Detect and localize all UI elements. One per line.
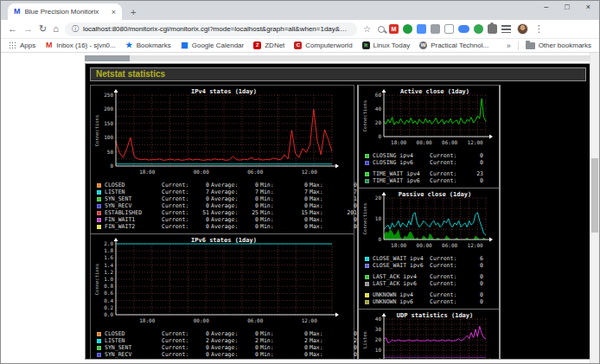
vertical-scrollbar-thumb[interactable] bbox=[591, 158, 598, 233]
svg-text:Active close (1day): Active close (1day) bbox=[400, 88, 469, 95]
site-info-icon[interactable]: ⓘ bbox=[72, 24, 79, 34]
playlist-extension-icon[interactable] bbox=[501, 25, 511, 34]
browser-tab[interactable]: M Blue Precision Monitorix × bbox=[8, 3, 122, 20]
new-tab-button[interactable]: + bbox=[131, 8, 136, 17]
bookmark-star-icon[interactable]: ☆ bbox=[363, 24, 371, 34]
horizontal-scrollbar[interactable] bbox=[85, 55, 591, 61]
svg-text:10: 10 bbox=[375, 347, 382, 353]
address-bar[interactable]: ⓘ localhost:8080/monitorix-cgi/monitorix… bbox=[65, 22, 357, 36]
bookmark-apps[interactable]: Apps bbox=[9, 42, 35, 49]
browser-toolbar: ← → ↻ ⌂ ⓘ localhost:8080/monitorix-cgi/m… bbox=[1, 20, 599, 39]
other-bookmarks-button[interactable]: Other bookmarks bbox=[526, 42, 591, 49]
passive-close-chart[interactable]: 0102018:0000:0006:0012:00Passive close (… bbox=[361, 190, 497, 253]
extensions-puzzle-icon[interactable] bbox=[488, 24, 497, 34]
bookmark-practical-technology[interactable]: W Practical Technol... bbox=[419, 42, 488, 49]
svg-text:1.0: 1.0 bbox=[104, 276, 113, 282]
home-icon[interactable]: ⌂ bbox=[53, 24, 59, 34]
svg-text:12:00: 12:00 bbox=[468, 139, 483, 145]
circle-extension-icon[interactable] bbox=[474, 24, 483, 34]
ipv4-states-chart[interactable]: 05010015020025018:0000:0006:0012:00IPv4 … bbox=[93, 87, 352, 180]
horizontal-scrollbar-thumb[interactable] bbox=[85, 55, 130, 61]
svg-text:06:00: 06:00 bbox=[442, 242, 457, 248]
svg-text:1.4: 1.4 bbox=[104, 262, 113, 268]
linux-today-icon: lt bbox=[362, 42, 370, 49]
svg-text:Connections: Connections bbox=[362, 100, 367, 131]
legend-color-swatch bbox=[97, 190, 101, 195]
svg-text:20: 20 bbox=[375, 195, 382, 201]
zdnet-icon: Z bbox=[253, 42, 261, 49]
legend-row: SYN_RECVCurrent:0Average:0Min:0Max:0 bbox=[97, 351, 352, 358]
legend-row: CLOSE_WAIT ipv4Current:6 bbox=[365, 255, 497, 262]
tab-strip: M Blue Precision Monitorix × + – □ × bbox=[1, 1, 599, 20]
back-icon[interactable]: ← bbox=[8, 24, 17, 34]
passive-close-panel: 0102018:0000:0006:0012:00Passive close (… bbox=[359, 188, 499, 309]
svg-text:18:00: 18:00 bbox=[391, 242, 406, 248]
legend-row: UNKNOWN ipv4Current:0 bbox=[365, 291, 497, 298]
vertical-scrollbar[interactable] bbox=[590, 53, 599, 363]
square-extension-icon[interactable] bbox=[444, 24, 454, 34]
bookmark-linux-today[interactable]: lt Linux Today bbox=[362, 42, 411, 49]
bookmark-google-calendar[interactable]: ▦ Google Calendar bbox=[181, 42, 244, 49]
legend-color-swatch bbox=[97, 332, 101, 336]
legend-color-swatch bbox=[365, 275, 369, 279]
svg-text:0: 0 bbox=[378, 133, 381, 139]
chrome-menu-icon[interactable]: ⋮ bbox=[534, 23, 544, 35]
ipv4-states-legend: CLOSEDCurrent:0Average:0Min:0Max:0LISTEN… bbox=[93, 180, 352, 230]
tab-title: Blue Precision Monitorix bbox=[25, 8, 107, 16]
bookmark-zdnet[interactable]: Z ZDNet bbox=[253, 42, 284, 49]
ipv6-states-chart[interactable]: 0.00.20.40.60.81.01.21.41.61.82.018:0000… bbox=[93, 236, 352, 329]
svg-text:0.2: 0.2 bbox=[104, 304, 113, 310]
extension-icons: M bbox=[378, 24, 511, 34]
search-extension-icon[interactable] bbox=[378, 26, 385, 33]
reload-icon[interactable]: ↻ bbox=[39, 24, 47, 34]
left-chart-column: 05010015020025018:0000:0006:0012:00IPv4 … bbox=[90, 85, 354, 360]
svg-text:Connections: Connections bbox=[94, 115, 99, 146]
apps-grid-icon bbox=[9, 42, 16, 49]
url-text[interactable]: localhost:8080/monitorix-cgi/monitorix.c… bbox=[83, 25, 350, 33]
legend-color-swatch bbox=[365, 300, 369, 304]
svg-text:00:00: 00:00 bbox=[194, 169, 209, 175]
folder-icon bbox=[526, 42, 535, 49]
legend-row: CLOSEDCurrent:0Average:0Min:0Max:0 bbox=[97, 182, 352, 188]
bookmarks-overflow-icon[interactable]: » bbox=[507, 42, 511, 50]
legend-color-swatch bbox=[365, 264, 369, 268]
oval-extension-icon[interactable] bbox=[458, 25, 469, 33]
section-header: Netstat statistics bbox=[90, 67, 586, 81]
active-close-chart[interactable]: 020406018:0000:0006:0012:00Active close … bbox=[361, 87, 497, 150]
svg-text:00:00: 00:00 bbox=[417, 139, 432, 145]
svg-text:12:00: 12:00 bbox=[302, 317, 317, 323]
hangouts-extension-icon[interactable] bbox=[403, 24, 412, 34]
bookmark-computerworld[interactable]: C Computerworld bbox=[294, 42, 352, 49]
bookmark-bookmarks[interactable]: ★ Bookmarks bbox=[125, 42, 171, 49]
svg-text:0.8: 0.8 bbox=[104, 283, 113, 289]
svg-text:12:00: 12:00 bbox=[302, 169, 317, 175]
legend-color-swatch bbox=[365, 172, 369, 176]
bookmark-inbox[interactable]: M Inbox (16) - sjvn0... bbox=[45, 42, 115, 49]
svg-text:06:00: 06:00 bbox=[247, 317, 263, 323]
screenshot-extension-icon[interactable] bbox=[431, 24, 440, 34]
svg-text:10: 10 bbox=[375, 215, 382, 221]
udp-statistics-chart[interactable]: 01020304018:0000:0006:0012:00UDP statist… bbox=[361, 311, 497, 360]
legend-color-swatch bbox=[97, 225, 101, 229]
legend-color-swatch bbox=[365, 154, 369, 158]
legend-row: FIN_WAIT1Current:0Average:0Min:0Max:0 bbox=[97, 216, 352, 223]
maximize-button[interactable]: □ bbox=[565, 3, 569, 11]
forward-icon[interactable]: → bbox=[23, 24, 33, 34]
profile-avatar[interactable] bbox=[517, 23, 528, 35]
legend-row: FIN_WAIT2Current:0Average:0Min:0Max:0 bbox=[97, 223, 352, 230]
minimize-button[interactable]: – bbox=[544, 3, 548, 11]
legend-color-swatch bbox=[365, 282, 369, 286]
svg-text:0.4: 0.4 bbox=[104, 297, 113, 303]
close-window-button[interactable]: × bbox=[586, 3, 590, 11]
svg-text:IPv4 states (1day): IPv4 states (1day) bbox=[191, 88, 257, 95]
right-chart-column: 020406018:0000:0006:0012:00Active close … bbox=[357, 85, 501, 360]
ipv4-states-panel: 05010015020025018:0000:0006:0012:00IPv4 … bbox=[91, 86, 354, 233]
svg-text:0.6: 0.6 bbox=[104, 290, 113, 296]
svg-text:0.0: 0.0 bbox=[104, 311, 113, 317]
copy-extension-icon[interactable] bbox=[417, 24, 426, 34]
tab-close-icon[interactable]: × bbox=[112, 8, 116, 16]
svg-text:IPv6 states (1day): IPv6 states (1day) bbox=[191, 237, 257, 244]
svg-text:1.6: 1.6 bbox=[104, 254, 113, 260]
mail-extension-icon[interactable]: M bbox=[389, 24, 399, 34]
svg-text:UDP statistics (1day): UDP statistics (1day) bbox=[397, 312, 474, 319]
